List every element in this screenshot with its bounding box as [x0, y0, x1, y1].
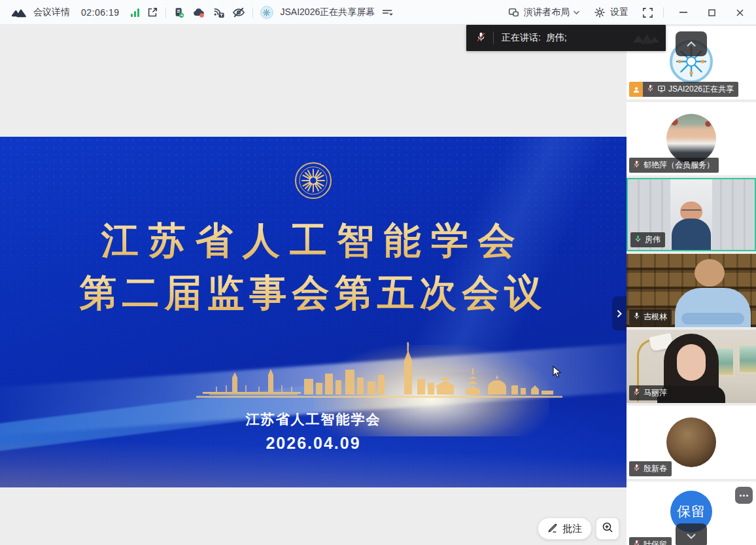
slide-footer-date: 2026.04.09 [0, 434, 627, 453]
participant-name: 房伟 [645, 234, 661, 245]
mouse-cursor [553, 366, 562, 381]
participant-tile-yinxinchun[interactable]: 殷新春 [627, 406, 756, 479]
caption-broadcast-icon[interactable] [213, 7, 225, 18]
sidebar-collapse-handle[interactable] [612, 296, 627, 330]
magnifier-plus-icon [602, 521, 613, 536]
participant-tile-fangwei[interactable]: 房伟 [627, 178, 756, 251]
avatar [666, 114, 716, 164]
app-logo-icon [12, 7, 26, 18]
layout-icon [507, 7, 519, 18]
annotate-label: 批注 [562, 523, 582, 535]
slide-footer-org: 江苏省人工智能学会 [0, 410, 627, 429]
chevron-down-icon[interactable] [573, 10, 580, 15]
participant-name: 郁艳萍（会员服务） [644, 160, 714, 171]
avatar-initials: 保留 [677, 502, 706, 521]
shared-screen-area: 江苏省人工智能学会 第二届监事会第五次会议 [0, 25, 627, 545]
annotate-button[interactable]: 批注 [538, 518, 592, 540]
gear-icon[interactable] [594, 7, 606, 18]
meeting-window: 会议详情 02:06:19 JSAI2026正在共享屏幕 [0, 0, 756, 545]
toolbar: 会议详情 02:06:19 JSAI2026正在共享屏幕 [0, 0, 756, 25]
layout-button[interactable]: 演讲者布局 [524, 7, 570, 18]
mic-muted-icon [475, 31, 487, 46]
slide-emblem-icon [0, 160, 627, 201]
watermark-logo-icon [632, 29, 661, 49]
meeting-timer: 02:06:19 [81, 7, 120, 18]
sharing-menu-icon[interactable] [382, 8, 392, 17]
city-skyline-graphic [196, 341, 562, 415]
cloud-recording-icon[interactable] [192, 7, 205, 18]
pen-icon [547, 522, 558, 535]
mic-speaking-icon [634, 234, 642, 245]
mic-muted-icon [632, 387, 641, 398]
sharing-status-text: JSAI2026正在共享屏幕 [281, 7, 375, 18]
speaking-names: 房伟; [546, 32, 567, 43]
file-transfer-icon[interactable] [173, 7, 185, 18]
presentation-slide: 江苏省人工智能学会 第二届监事会第五次会议 [0, 137, 627, 487]
participant-tile-maliping[interactable]: 马丽萍 [627, 330, 756, 403]
mic-muted-icon [646, 84, 655, 95]
fullscreen-icon[interactable] [642, 7, 653, 18]
mic-on-icon [632, 311, 641, 323]
mic-muted-icon [632, 463, 641, 474]
participants-sidebar: JSAI2026正在共享 郁艳萍（会员服务） [627, 25, 756, 545]
settings-button[interactable]: 设置 [610, 7, 628, 18]
slide-title-line2: 第二届监事会第五次会议 [0, 266, 627, 319]
sharing-user-avatar [260, 6, 273, 19]
more-options-button[interactable] [735, 487, 753, 504]
participant-name: 吉根林 [644, 311, 667, 323]
speaking-label: 正在讲话: [502, 32, 541, 43]
zoom-button[interactable] [596, 518, 619, 540]
participant-tile-jigenlin[interactable]: 吉根林 [627, 254, 756, 327]
participant-name: 叶保留 [644, 539, 667, 545]
speaking-banner: 正在讲话: 房伟; [466, 25, 666, 51]
popout-window-icon[interactable] [146, 7, 158, 18]
participant-name: JSAI2026正在共享 [668, 84, 734, 95]
host-badge-icon [629, 82, 643, 97]
close-button[interactable] [730, 0, 749, 25]
minimize-button[interactable] [674, 0, 693, 25]
participant-name: 马丽萍 [644, 387, 667, 398]
eye-off-icon[interactable] [232, 7, 245, 18]
slide-title-line1: 江苏省人工智能学会 [0, 214, 627, 266]
network-signal-icon [131, 8, 139, 17]
participant-tile-yuyanping[interactable]: 郁艳萍（会员服务） [627, 102, 756, 175]
scroll-up-button[interactable] [676, 31, 707, 56]
scroll-down-button[interactable] [676, 523, 707, 545]
maximize-button[interactable] [702, 0, 721, 25]
participant-name: 殷新春 [644, 463, 667, 474]
mic-muted-icon [632, 160, 641, 171]
avatar [666, 417, 716, 467]
screen-share-icon [657, 84, 666, 95]
meeting-details-button[interactable]: 会议详情 [33, 7, 70, 18]
mic-muted-icon [632, 539, 641, 545]
